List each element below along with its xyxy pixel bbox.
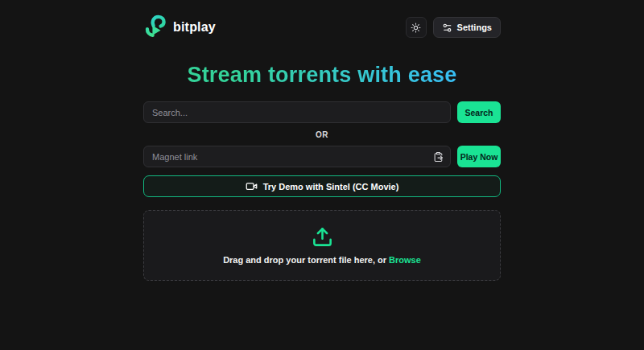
dropzone-text: Drag and drop your torrent file here, or… (223, 255, 421, 265)
magnet-row: Play Now (143, 146, 501, 167)
dropzone-text-main: Drag and drop your torrent file here, or (223, 255, 386, 265)
paste-button[interactable] (432, 150, 444, 163)
video-camera-icon (246, 180, 258, 192)
upload-icon (312, 226, 333, 248)
theme-toggle-button[interactable] (406, 17, 427, 38)
sliders-icon (442, 23, 452, 33)
search-button[interactable]: Search (457, 101, 501, 123)
clipboard-paste-icon (433, 151, 444, 162)
settings-label: Settings (457, 23, 492, 32)
magnet-input-wrap (143, 146, 451, 167)
sun-icon (411, 23, 421, 33)
bitplay-logo-icon (143, 14, 167, 40)
or-divider: OR (143, 130, 501, 139)
play-now-button[interactable]: Play Now (457, 146, 501, 167)
torrent-dropzone[interactable]: Drag and drop your torrent file here, or… (143, 210, 501, 281)
main-container: bitplay Settings (143, 0, 501, 281)
bitplay-logo: bitplay (143, 14, 216, 40)
header-actions: Settings (406, 17, 501, 38)
header: bitplay Settings (143, 14, 501, 40)
search-row: Search (143, 101, 501, 123)
search-input[interactable] (143, 101, 451, 123)
magnet-link-input[interactable] (143, 146, 451, 167)
page-title: Stream torrents with ease (143, 64, 501, 87)
browse-link[interactable]: Browse (389, 255, 421, 265)
demo-button[interactable]: Try Demo with Sintel (CC Movie) (143, 175, 501, 197)
bitplay-logo-text: bitplay (173, 20, 216, 35)
settings-button[interactable]: Settings (433, 17, 501, 38)
demo-button-label: Try Demo with Sintel (CC Movie) (263, 182, 399, 191)
